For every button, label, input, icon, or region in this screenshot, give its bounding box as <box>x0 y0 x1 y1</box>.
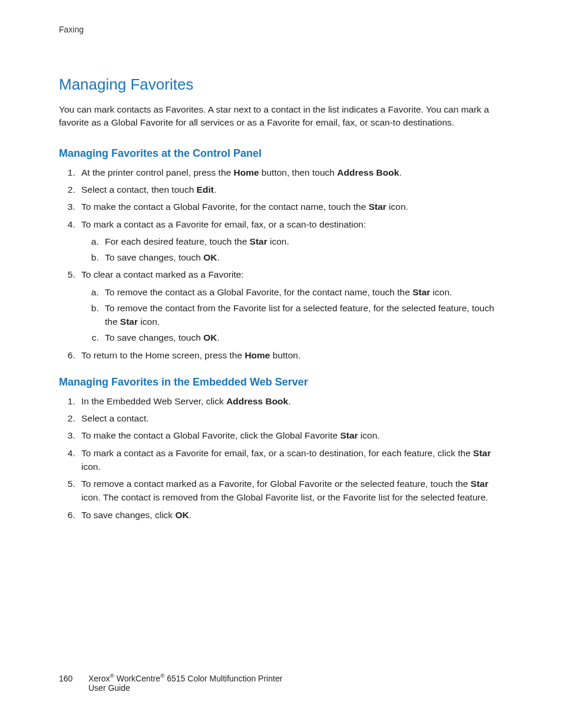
bold-text: Star <box>473 448 491 458</box>
step-text: To clear a contact marked as a Favorite: <box>81 269 244 279</box>
step-text: icon. <box>386 202 408 212</box>
step-text: At the printer control panel, press the <box>81 167 233 177</box>
step-text: To save changes, touch <box>105 252 203 262</box>
step-text: icon. <box>267 236 289 246</box>
bold-text: Home <box>233 167 259 177</box>
step-text: To mark a contact as a Favorite for emai… <box>81 219 366 229</box>
list-item: For each desired feature, touch the Star… <box>101 235 503 248</box>
step-text: button, then touch <box>259 167 338 177</box>
footer-product: WorkCentre <box>114 674 160 683</box>
step-text: . <box>217 252 219 262</box>
step-text: To remove the contact from the Favorite … <box>105 303 494 327</box>
bold-text: Star <box>120 317 138 327</box>
bold-text: Star <box>471 479 488 489</box>
list-item: To make the contact a Global Favorite, c… <box>78 429 503 442</box>
bold-text: Address Book <box>226 396 288 406</box>
step-text: button. <box>270 350 301 360</box>
footer-line2: User Guide <box>88 683 282 693</box>
step-text: Select a contact, then touch <box>81 185 197 195</box>
sub-list: For each desired feature, touch the Star… <box>81 235 503 265</box>
step-text: Select a contact. <box>81 413 149 423</box>
step-text: To save changes, click <box>81 510 175 520</box>
list-item: Select a contact. <box>78 411 503 425</box>
step-text: . <box>214 185 216 195</box>
list-item: To save changes, touch OK. <box>101 251 503 264</box>
list-item: To clear a contact marked as a Favorite:… <box>78 268 503 344</box>
list-item: To remove the contact as a Global Favori… <box>101 285 503 299</box>
step-text: To save changes, touch <box>105 332 203 342</box>
step-text: To mark a contact as a Favorite for emai… <box>81 448 473 458</box>
list-item: To return to the Home screen, press the … <box>78 348 503 362</box>
bold-text: OK <box>203 252 217 262</box>
step-text: icon. The contact is removed from the Gl… <box>81 492 488 502</box>
list-item: To save changes, click OK. <box>78 508 503 522</box>
registered-icon: ® <box>110 673 114 679</box>
page-title: Managing Favorites <box>59 75 503 94</box>
bold-text: Star <box>412 287 430 297</box>
step-text: In the Embedded Web Server, click <box>81 396 226 406</box>
intro-paragraph: You can mark contacts as Favorites. A st… <box>59 103 503 130</box>
list-item: To make the contact a Global Favorite, f… <box>78 200 503 213</box>
section-heading-control-panel: Managing Favorites at the Control Panel <box>59 147 503 160</box>
step-text: To remove the contact as a Global Favori… <box>105 287 412 297</box>
step-text: To make the contact a Global Favorite, f… <box>81 202 369 212</box>
sub-list: To remove the contact as a Global Favori… <box>81 285 503 345</box>
list-item: To mark a contact as a Favorite for emai… <box>78 446 503 474</box>
step-text: icon. <box>138 317 160 327</box>
step-text: To return to the Home screen, press the <box>81 350 244 360</box>
bold-text: Edit <box>197 185 214 195</box>
page-footer: 160Xerox® WorkCentre® 6515 Color Multifu… <box>59 673 282 693</box>
bold-text: Star <box>250 236 267 246</box>
list-item: Select a contact, then touch Edit. <box>78 183 503 196</box>
bold-text: Star <box>340 430 358 440</box>
list-item: To remove the contact from the Favorite … <box>101 301 503 329</box>
step-text: For each desired feature, touch the <box>105 236 250 246</box>
list-item: To remove a contact marked as a Favorite… <box>78 477 503 505</box>
step-text: . <box>288 396 290 406</box>
step-text: icon. <box>81 462 101 472</box>
step-text: icon. <box>430 287 452 297</box>
step-text: . <box>217 332 219 342</box>
list-item: To save changes, touch OK. <box>101 331 503 344</box>
step-text: . <box>189 510 191 520</box>
running-header: Faxing <box>59 25 503 34</box>
bold-text: Address Book <box>337 167 399 177</box>
step-text: To remove a contact marked as a Favorite… <box>81 479 471 489</box>
steps-control-panel: At the printer control panel, press the … <box>59 166 503 362</box>
list-item: At the printer control panel, press the … <box>78 166 503 179</box>
step-text: . <box>399 167 401 177</box>
bold-text: Home <box>244 350 270 360</box>
bold-text: OK <box>175 510 189 520</box>
step-text: icon. <box>358 430 380 440</box>
footer-brand: Xerox <box>88 674 110 683</box>
footer-model: 6515 Color Multifunction Printer <box>164 674 282 683</box>
page-number: 160 <box>59 674 88 683</box>
bold-text: OK <box>203 332 217 342</box>
document-page: Faxing Managing Favorites You can mark c… <box>0 0 562 728</box>
section-heading-web-server: Managing Favorites in the Embedded Web S… <box>59 376 503 388</box>
list-item: To mark a contact as a Favorite for emai… <box>78 218 503 265</box>
step-text: To make the contact a Global Favorite, c… <box>81 430 340 440</box>
bold-text: Star <box>369 202 386 212</box>
list-item: In the Embedded Web Server, click Addres… <box>78 394 503 408</box>
steps-web-server: In the Embedded Web Server, click Addres… <box>59 394 503 522</box>
